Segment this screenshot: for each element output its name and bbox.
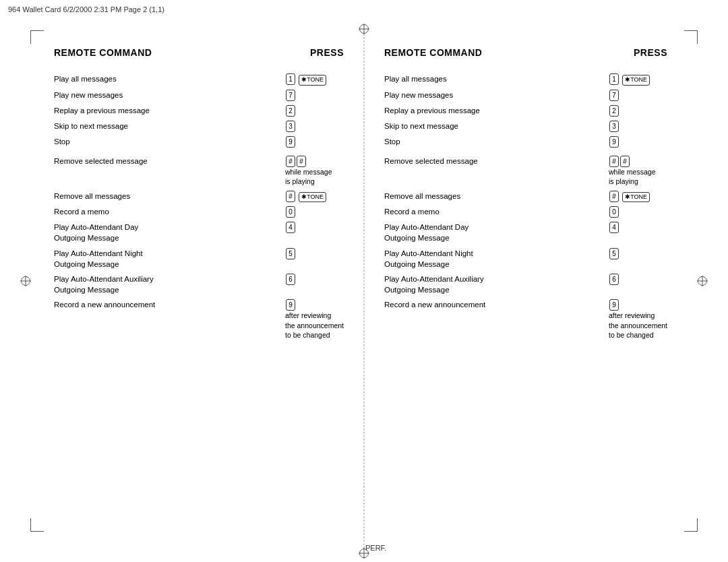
press-cell: 6: [282, 272, 344, 297]
command-cell: Replay a previous message: [54, 103, 282, 119]
key-indicator: #: [609, 156, 619, 167]
press-cell: 9 after reviewingthe announcementto be c…: [606, 297, 667, 342]
command-cell: Play new messages: [54, 88, 282, 103]
key-indicator: 1: [609, 73, 619, 85]
command-cell: Remove all messages: [384, 189, 606, 205]
press-cell: 4: [606, 220, 667, 245]
crosshair-left: [20, 276, 31, 286]
key-indicator: 4: [286, 222, 295, 233]
key-indicator: 9: [286, 136, 295, 148]
press-cell: ## while messageis playing: [282, 154, 344, 189]
key-indicator: 3: [609, 121, 619, 132]
press-cell: 9: [606, 134, 667, 150]
tone-indicator: ✱TONE: [299, 192, 326, 203]
key-indicator: #: [609, 191, 619, 202]
press-cell: 7: [606, 88, 667, 103]
key-indicator: 7: [286, 90, 295, 101]
key-indicator: 5: [286, 248, 295, 259]
page-header: 964 Wallet Card 6/2/2000 2:31 PM Page 2 …: [8, 5, 164, 13]
left-remote-command-header: REMOTE COMMAND: [54, 47, 310, 58]
right-remote-command-header: REMOTE COMMAND: [384, 47, 634, 58]
press-cell: 5: [606, 246, 667, 272]
command-cell: Play Auto-Attendant AuxiliaryOutgoing Me…: [384, 272, 606, 297]
right-table: Play all messages1 ✱TONEPlay new message…: [384, 71, 667, 342]
command-cell: Play all messages: [384, 71, 606, 88]
key-indicator: 4: [609, 222, 619, 233]
press-cell: 6: [606, 272, 667, 297]
right-press-header: PRESS: [634, 47, 667, 58]
crosshair-right: [697, 276, 708, 286]
key-indicator: 5: [609, 248, 619, 259]
key-indicator: 6: [609, 274, 619, 285]
left-table: Play all messages1 ✱TONEPlay new message…: [54, 71, 344, 342]
command-cell: Record a memo: [54, 204, 282, 220]
press-cell: 3: [282, 119, 344, 134]
divider-vertical: [364, 27, 365, 549]
key-indicator: 2: [286, 105, 295, 117]
command-cell: Skip to next message: [54, 119, 282, 134]
press-cell: 1 ✱TONE: [606, 71, 667, 88]
content-area: REMOTE COMMAND PRESS Play all messages1 …: [40, 40, 688, 522]
perf-label: PERF.: [365, 544, 386, 552]
key-indicator: 0: [286, 206, 295, 218]
key-indicator: 3: [286, 121, 295, 132]
left-press-header: PRESS: [310, 47, 344, 58]
command-cell: Play Auto-Attendant NightOutgoing Messag…: [384, 246, 606, 272]
press-cell: 7: [282, 88, 344, 103]
tone-indicator: ✱TONE: [299, 75, 326, 86]
command-cell: Record a memo: [384, 204, 606, 220]
tone-indicator: ✱TONE: [622, 192, 650, 203]
key-indicator: 9: [609, 136, 619, 148]
left-panel: REMOTE COMMAND PRESS Play all messages1 …: [40, 40, 364, 522]
key-indicator: #: [297, 156, 306, 167]
command-cell: Record a new announcement: [384, 297, 606, 342]
key-indicator: 6: [286, 274, 295, 285]
page-container: REMOTE COMMAND PRESS Play all messages1 …: [40, 40, 688, 522]
press-cell: # ✱TONE: [282, 189, 344, 205]
press-cell: # ✱TONE: [606, 189, 667, 205]
press-cell: 9: [282, 134, 344, 150]
command-cell: Remove selected message: [54, 154, 282, 189]
press-cell: 2: [282, 103, 344, 119]
press-cell: 4: [282, 220, 344, 245]
command-cell: Stop: [54, 134, 282, 150]
press-cell: 5: [282, 246, 344, 272]
command-cell: Play new messages: [384, 88, 606, 103]
key-indicator: 9: [286, 299, 295, 311]
key-indicator: 7: [609, 90, 619, 101]
key-indicator: 0: [609, 206, 619, 218]
command-cell: Skip to next message: [384, 119, 606, 134]
command-cell: Play all messages: [54, 71, 282, 88]
command-cell: Remove selected message: [384, 154, 606, 189]
command-cell: Replay a previous message: [384, 103, 606, 119]
key-indicator: 2: [609, 105, 619, 117]
command-cell: Play Auto-Attendant DayOutgoing Message: [54, 220, 282, 245]
command-cell: Stop: [384, 134, 606, 150]
key-indicator: #: [286, 191, 295, 202]
right-panel: REMOTE COMMAND PRESS Play all messages1 …: [364, 40, 688, 522]
command-cell: Play Auto-Attendant AuxiliaryOutgoing Me…: [54, 272, 282, 297]
tone-indicator: ✱TONE: [622, 75, 650, 86]
press-cell: 0: [282, 204, 344, 220]
press-cell: 9 after reviewingthe announcementto be c…: [282, 297, 344, 342]
key-indicator: 1: [286, 73, 295, 85]
press-cell: 2: [606, 103, 667, 119]
press-cell: 1 ✱TONE: [282, 71, 344, 88]
key-indicator: 9: [609, 299, 619, 311]
command-cell: Play Auto-Attendant DayOutgoing Message: [384, 220, 606, 245]
press-cell: 0: [606, 204, 667, 220]
command-cell: Record a new announcement: [54, 297, 282, 342]
press-cell: 3: [606, 119, 667, 134]
command-cell: Remove all messages: [54, 189, 282, 205]
command-cell: Play Auto-Attendant NightOutgoing Messag…: [54, 246, 282, 272]
press-cell: ## while messageis playing: [606, 154, 667, 189]
key-indicator: #: [286, 156, 295, 167]
key-indicator: #: [620, 156, 630, 167]
